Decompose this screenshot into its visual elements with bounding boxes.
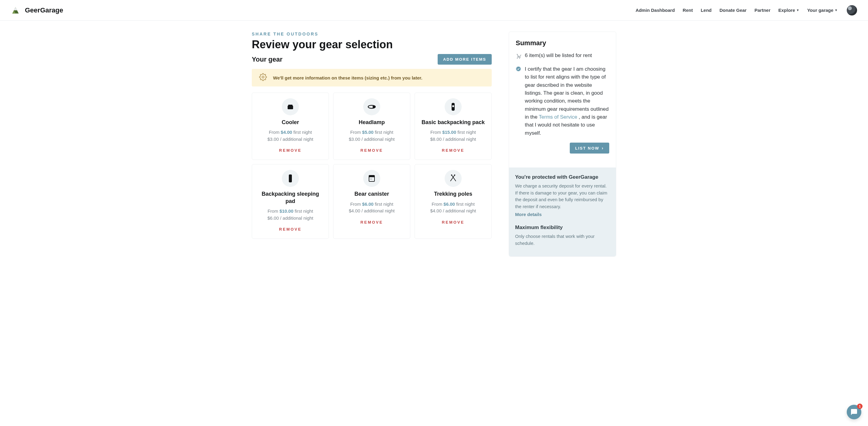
gear-card-additional-night: $6.00 / additional night xyxy=(256,215,324,222)
cart-icon xyxy=(516,53,521,60)
remove-button[interactable]: REMOVE xyxy=(361,148,383,153)
header-nav: Admin Dashboard Rent Lend Donate Gear Pa… xyxy=(636,5,857,15)
svg-rect-5 xyxy=(288,105,292,106)
gear-card-additional-night: $3.00 / additional night xyxy=(256,136,324,143)
summary-title: Summary xyxy=(516,39,609,47)
sleeping-pad-icon xyxy=(282,170,299,187)
gear-card-title: Backpacking sleeping pad xyxy=(256,191,324,205)
nav-your-garage[interactable]: Your garage ▼ xyxy=(807,8,838,13)
nav-explore[interactable]: Explore ▼ xyxy=(778,8,799,13)
main-column: SHARE THE OUTDOORS Review your gear sele… xyxy=(252,32,492,257)
remove-button[interactable]: REMOVE xyxy=(361,220,383,225)
gear-card-additional-night: $8.00 / additional night xyxy=(419,136,487,143)
svg-point-17 xyxy=(451,174,452,176)
check-circle-icon[interactable] xyxy=(516,66,521,72)
gear-card: Backpacking sleeping pad From $10.00 fir… xyxy=(252,164,329,239)
gear-card: Basic backpacking pack From $15.00 first… xyxy=(414,93,492,160)
gear-card-title: Headlamp xyxy=(338,119,406,126)
svg-point-16 xyxy=(454,174,455,176)
cooler-icon xyxy=(282,98,299,115)
svg-rect-8 xyxy=(452,105,454,107)
gear-card: Bear canister From $6.00 first night $4.… xyxy=(333,164,410,239)
site-header: GeerGarage Admin Dashboard Rent Lend Don… xyxy=(0,0,868,21)
logo-icon[interactable] xyxy=(11,6,20,15)
certification-row: I certify that the gear I am choosing to… xyxy=(516,65,609,137)
gear-card-first-night: From $6.00 first night xyxy=(338,201,406,208)
headlamp-icon xyxy=(363,98,380,115)
your-gear-header: Your gear ADD MORE ITEMS xyxy=(252,54,492,65)
nav-donate-gear[interactable]: Donate Gear xyxy=(719,8,746,13)
nav-rent[interactable]: Rent xyxy=(683,8,693,13)
svg-point-3 xyxy=(262,76,264,78)
more-details-link[interactable]: More details xyxy=(515,212,542,217)
list-now-button[interactable]: LIST NOW › xyxy=(570,142,609,154)
nav-partner[interactable]: Partner xyxy=(754,8,771,13)
certification-text: I certify that the gear I am choosing to… xyxy=(525,65,609,137)
gear-card-title: Basic backpacking pack xyxy=(419,119,487,126)
gear-card-first-night: From $6.00 first night xyxy=(419,201,487,208)
gear-settings-icon xyxy=(259,73,267,82)
avatar[interactable] xyxy=(847,5,857,15)
gear-cards-grid: Cooler From $4.00 first night $3.00 / ad… xyxy=(252,93,492,239)
bear-canister-icon xyxy=(363,170,380,187)
protection-body: We charge a security deposit for every r… xyxy=(515,183,610,210)
eyebrow: SHARE THE OUTDOORS xyxy=(252,32,492,36)
flexibility-heading: Maximum flexibility xyxy=(515,225,610,231)
gear-card: Trekking poles From $6.00 first night $4… xyxy=(414,164,492,239)
your-gear-heading: Your gear xyxy=(252,56,282,63)
gear-card: Headlamp From $5.00 first night $3.00 / … xyxy=(333,93,410,160)
gear-card: Cooler From $4.00 first night $3.00 / ad… xyxy=(252,93,329,160)
gear-card-title: Trekking poles xyxy=(419,191,487,198)
chevron-down-icon: ▼ xyxy=(796,8,799,12)
summary-count-row: 6 item(s) will be listed for rent xyxy=(516,53,609,60)
remove-button[interactable]: REMOVE xyxy=(279,227,302,231)
gear-card-first-night: From $10.00 first night xyxy=(256,208,324,215)
summary-count-text: 6 item(s) will be listed for rent xyxy=(525,53,592,59)
brand-name[interactable]: GeerGarage xyxy=(25,6,63,14)
svg-rect-7 xyxy=(373,106,375,108)
info-banner-text: We'll get more information on these item… xyxy=(273,75,423,80)
mountain-icon xyxy=(11,6,20,14)
gear-card-first-night: From $4.00 first night xyxy=(256,129,324,136)
nav-lend[interactable]: Lend xyxy=(701,8,712,13)
page-wrap: SHARE THE OUTDOORS Review your gear sele… xyxy=(243,21,625,275)
gear-card-first-night: From $15.00 first night xyxy=(419,129,487,136)
svg-marker-1 xyxy=(14,7,17,10)
gear-card-additional-night: $3.00 / additional night xyxy=(338,136,406,143)
summary-card: Summary 6 item(s) will be listed for ren… xyxy=(509,32,616,257)
backpack-icon xyxy=(445,98,462,115)
terms-of-service-link[interactable]: Terms of Service xyxy=(539,114,577,120)
trekking-poles-icon xyxy=(445,170,462,187)
remove-button[interactable]: REMOVE xyxy=(442,148,464,153)
page-title: Review your gear selection xyxy=(252,38,492,51)
gear-card-additional-night: $4.00 / additional night xyxy=(338,207,406,215)
remove-button[interactable]: REMOVE xyxy=(279,148,302,153)
protection-info-block: You're protected with GeerGarage We char… xyxy=(509,167,616,256)
chevron-down-icon: ▼ xyxy=(835,8,838,12)
info-banner: We'll get more information on these item… xyxy=(252,69,492,87)
svg-point-12 xyxy=(370,179,371,179)
header-left: GeerGarage xyxy=(11,6,63,15)
gear-card-first-night: From $5.00 first night xyxy=(338,129,406,136)
svg-rect-11 xyxy=(369,175,374,177)
svg-point-13 xyxy=(371,179,372,179)
nav-admin-dashboard[interactable]: Admin Dashboard xyxy=(636,8,675,13)
gear-card-additional-night: $4.00 / additional night xyxy=(419,207,487,215)
svg-rect-9 xyxy=(289,174,292,182)
remove-button[interactable]: REMOVE xyxy=(442,220,464,225)
chevron-right-icon: › xyxy=(602,145,604,151)
gear-card-title: Bear canister xyxy=(338,191,406,198)
gear-card-title: Cooler xyxy=(256,119,324,126)
protection-heading: You're protected with GeerGarage xyxy=(515,174,610,180)
flexibility-body: Only choose rentals that work with your … xyxy=(515,233,610,247)
add-more-items-button[interactable]: ADD MORE ITEMS xyxy=(438,54,492,65)
